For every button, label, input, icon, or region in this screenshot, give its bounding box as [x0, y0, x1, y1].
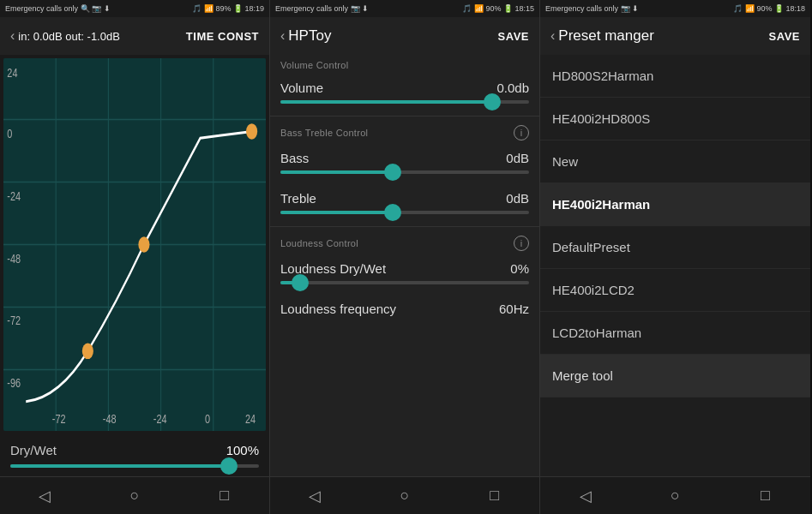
- app-bar-2: ‹ HPToy SAVE: [270, 17, 539, 55]
- status-right-2: 🎵 📶 90% 🔋 18:15: [462, 4, 534, 13]
- volume-label: Volume: [280, 81, 323, 95]
- nav-back-3[interactable]: ◁: [568, 483, 603, 509]
- save-button-2[interactable]: SAVE: [498, 30, 529, 43]
- loudness-freq-row: Loudness frequency 60Hz: [270, 293, 539, 318]
- svg-text:-72: -72: [52, 411, 66, 426]
- app-title-2: HPToy: [288, 27, 331, 45]
- dry-wet-slider[interactable]: [10, 464, 259, 468]
- bass-slider[interactable]: [280, 170, 529, 174]
- app-bar-1: ‹ in: 0.0dB out: -1.0dB TIME CONST: [0, 17, 269, 55]
- back-chevron-2[interactable]: ‹: [280, 28, 285, 44]
- dry-wet-section: Dry/Wet 100%: [0, 434, 269, 476]
- bass-treble-info-icon[interactable]: i: [514, 125, 529, 140]
- nav-recent-2[interactable]: □: [478, 483, 512, 509]
- treble-label: Treble: [280, 191, 316, 206]
- svg-point-22: [138, 236, 149, 253]
- nav-recent-1[interactable]: □: [208, 483, 242, 509]
- nav-home-2[interactable]: ○: [388, 483, 422, 509]
- svg-text:-24: -24: [7, 188, 21, 203]
- bass-value: 0dB: [506, 151, 529, 165]
- bass-fill: [280, 170, 393, 174]
- time-const-button[interactable]: TIME CONST: [186, 30, 259, 43]
- eq-chart[interactable]: 24 0 -24 -48 -72 -96 -72 -48 -24 0 24: [3, 58, 266, 431]
- volume-fill: [280, 100, 492, 104]
- status-left-2: Emergency calls only 📷 ⬇: [275, 4, 369, 13]
- nav-back-2[interactable]: ◁: [298, 483, 332, 509]
- bass-label: Bass: [280, 151, 309, 165]
- svg-text:0: 0: [205, 411, 210, 426]
- back-chevron-1[interactable]: ‹: [10, 28, 15, 44]
- loudness-header-row: Loudness Control i: [270, 230, 539, 253]
- app-bar-3: ‹ Preset manger SAVE: [540, 17, 810, 55]
- app-title-1: in: 0.0dB out: -1.0dB: [18, 30, 120, 43]
- svg-text:-24: -24: [153, 411, 167, 426]
- status-bar-2: Emergency calls only 📷 ⬇ 🎵 📶 90% 🔋 18:15: [270, 0, 539, 17]
- back-chevron-3[interactable]: ‹: [550, 28, 555, 44]
- title-area-1: ‹ in: 0.0dB out: -1.0dB: [10, 28, 120, 44]
- status-left-1: Emergency calls only 🔍 📷 ⬇: [5, 4, 111, 13]
- svg-text:-48: -48: [7, 251, 21, 266]
- preset-item-hd800s2harman[interactable]: HD800S2Harman: [540, 55, 810, 98]
- eq-content: 24 0 -24 -48 -72 -96 -72 -48 -24 0 24: [0, 55, 269, 476]
- svg-point-21: [82, 343, 93, 359]
- loudness-drywet-value: 0%: [510, 261, 529, 276]
- loudness-slider[interactable]: [280, 281, 529, 284]
- panel-eq: Emergency calls only 🔍 📷 ⬇ 🎵 📶 89% 🔋 18:…: [0, 0, 270, 514]
- status-right-3: 🎵 📶 90% 🔋 18:18: [733, 4, 805, 13]
- svg-text:-96: -96: [7, 375, 21, 390]
- preset-item-he400i2hd800s[interactable]: HE400i2HD800S: [540, 98, 810, 140]
- treble-slider-container: [270, 207, 539, 223]
- nav-recent-3[interactable]: □: [749, 483, 783, 509]
- divider-1: [270, 116, 539, 117]
- app-title-3: Preset manger: [558, 27, 654, 45]
- dry-wet-label-row: Dry/Wet 100%: [10, 443, 259, 457]
- bass-treble-header-row: Bass Treble Control i: [270, 120, 539, 142]
- loudness-freq-value: 60Hz: [499, 302, 529, 316]
- save-button-3[interactable]: SAVE: [769, 30, 800, 43]
- preset-item-he400i2harman[interactable]: HE400i2Harman: [540, 183, 810, 226]
- treble-control-row: Treble 0dB: [270, 182, 539, 207]
- preset-item-new[interactable]: New: [540, 140, 810, 183]
- treble-value: 0dB: [506, 191, 529, 206]
- title-area-3: ‹ Preset manger: [550, 27, 654, 45]
- preset-list: HD800S2HarmanHE400i2HD800SNewHE400i2Harm…: [540, 55, 810, 476]
- loudness-slider-container: [270, 278, 539, 293]
- volume-section-header: Volume Control: [270, 55, 539, 72]
- bass-thumb[interactable]: [384, 164, 401, 181]
- volume-control-row: Volume 0.0db: [270, 72, 539, 97]
- dry-wet-thumb[interactable]: [220, 457, 238, 475]
- preset-item-mergetool[interactable]: Merge tool: [540, 355, 810, 397]
- nav-back-1[interactable]: ◁: [27, 483, 62, 509]
- loudness-thumb[interactable]: [292, 274, 309, 291]
- status-bar-1: Emergency calls only 🔍 📷 ⬇ 🎵 📶 89% 🔋 18:…: [0, 0, 269, 17]
- volume-thumb[interactable]: [484, 93, 501, 111]
- status-right-1: 🎵 📶 89% 🔋 18:19: [192, 4, 264, 13]
- dry-wet-label: Dry/Wet: [10, 443, 57, 457]
- bass-treble-header: Bass Treble Control: [280, 128, 368, 138]
- bass-control-row: Bass 0dB: [270, 142, 539, 167]
- svg-text:24: 24: [7, 65, 18, 80]
- preset-item-he400i2lcd2[interactable]: HE400i2LCD2: [540, 269, 810, 312]
- preset-item-defaultpreset[interactable]: DefaultPreset: [540, 226, 810, 269]
- treble-slider[interactable]: [280, 211, 529, 214]
- volume-slider-container: [270, 97, 539, 112]
- svg-text:24: 24: [245, 411, 256, 426]
- status-bar-3: Emergency calls only 📷 ⬇ 🎵 📶 90% 🔋 18:18: [540, 0, 810, 17]
- nav-home-1[interactable]: ○: [117, 483, 152, 509]
- volume-slider[interactable]: [280, 100, 529, 104]
- loudness-info-icon[interactable]: i: [514, 236, 529, 251]
- svg-point-23: [246, 123, 257, 140]
- treble-thumb[interactable]: [384, 204, 401, 221]
- loudness-drywet-label: Loudness Dry/Wet: [280, 261, 386, 276]
- dry-wet-value: 100%: [226, 443, 259, 457]
- divider-2: [270, 226, 539, 227]
- treble-fill: [280, 211, 393, 214]
- title-area-2: ‹ HPToy: [280, 27, 331, 45]
- eq-svg: 24 0 -24 -48 -72 -96 -72 -48 -24 0 24: [3, 58, 266, 431]
- nav-home-3[interactable]: ○: [659, 483, 693, 509]
- loudness-freq-label: Loudness frequency: [280, 302, 396, 316]
- preset-item-lcd2toharman[interactable]: LCD2toHarman: [540, 312, 810, 355]
- loudness-header: Loudness Control: [280, 238, 358, 248]
- bass-slider-container: [270, 167, 539, 182]
- dry-wet-fill: [10, 464, 229, 468]
